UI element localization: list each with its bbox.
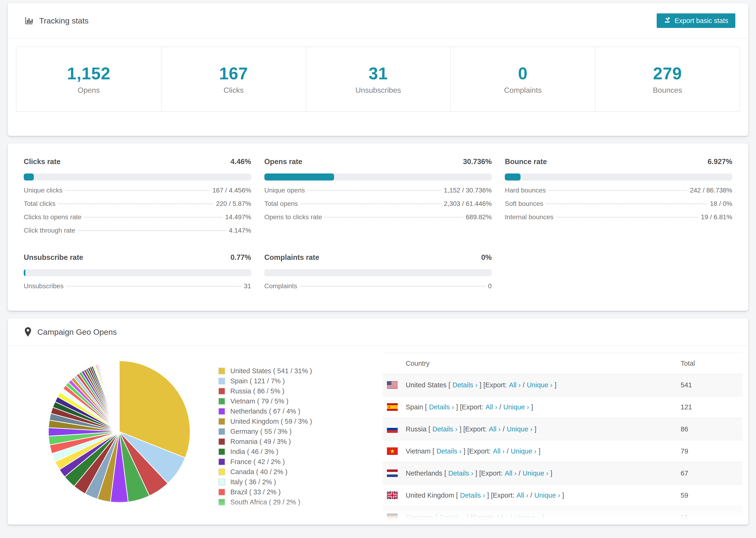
total-cell: 86 bbox=[681, 425, 738, 433]
summary-value: 1,152 bbox=[67, 64, 110, 83]
rate-detail-row: Total clicks220 / 5.87% bbox=[24, 200, 251, 213]
export-label: ] [Export: bbox=[459, 425, 487, 433]
rate-title: Bounce rate bbox=[505, 157, 547, 166]
export-all-link[interactable]: All › bbox=[486, 403, 497, 411]
export-all-link[interactable]: All › bbox=[493, 447, 505, 455]
export-basic-stats-button[interactable]: Export basic stats bbox=[657, 13, 735, 28]
details-link[interactable]: Details › bbox=[453, 381, 477, 389]
dotted-leader bbox=[549, 190, 687, 191]
legend-label: France ( 42 / 2% ) bbox=[230, 458, 285, 466]
pie-legend: United States ( 541 / 31% )Spain ( 121 /… bbox=[218, 366, 369, 525]
legend-label: Italy ( 36 / 2% ) bbox=[230, 478, 276, 486]
flag-icon-de bbox=[387, 513, 398, 521]
country-header: Country bbox=[406, 360, 430, 367]
rate-title: Complaints rate bbox=[264, 253, 319, 262]
export-all-link[interactable]: All › bbox=[509, 381, 521, 389]
legend-item: Romania ( 49 / 3% ) bbox=[218, 437, 369, 447]
country-cell: United Kingdom [Details ›] [Export:All ›… bbox=[406, 492, 681, 499]
details-link[interactable]: Details › bbox=[432, 425, 458, 433]
country-label: Netherlands [ bbox=[406, 469, 446, 477]
legend-item: South Africa ( 29 / 2% ) bbox=[218, 497, 369, 507]
summary-cell: 279Bounces bbox=[595, 47, 739, 111]
legend-label: Vietnam ( 79 / 5% ) bbox=[230, 398, 289, 405]
summary-label: Bounces bbox=[653, 86, 682, 95]
details-link[interactable]: Details › bbox=[440, 513, 464, 521]
rate-section: Opens rate30.736%Unique opens1,152 / 30.… bbox=[264, 157, 492, 240]
summary-label: Complaints bbox=[504, 86, 542, 95]
rate-detail-label: Click through rate bbox=[24, 227, 75, 234]
summary-cell: 31Unsubscribes bbox=[306, 47, 450, 111]
rate-detail-value: 19 / 6.81% bbox=[701, 213, 732, 221]
legend-label: Canada ( 40 / 2% ) bbox=[230, 468, 287, 476]
country-cell: Russia [Details ›] [Export:All ›/Unique … bbox=[406, 425, 681, 433]
flag-icon-gb bbox=[387, 492, 398, 499]
flag-icon-ru bbox=[387, 425, 398, 433]
dotted-leader bbox=[300, 286, 485, 287]
rate-detail-label: Opens to clicks rate bbox=[264, 213, 322, 221]
flag-icon-us bbox=[387, 381, 398, 389]
legend-swatch bbox=[218, 408, 225, 415]
flag-icon-vn bbox=[387, 447, 398, 455]
export-unique-link[interactable]: Unique › bbox=[527, 381, 553, 389]
export-unique-link[interactable]: Unique › bbox=[507, 425, 532, 433]
dotted-leader bbox=[546, 203, 707, 204]
table-row-us: United States [Details ›] [Export:All ›/… bbox=[383, 374, 742, 396]
details-link[interactable]: Details › bbox=[436, 447, 461, 455]
geo-table: CountryTotalUnited States [Details ›] [E… bbox=[383, 352, 742, 525]
export-all-link[interactable]: All › bbox=[516, 492, 528, 499]
rate-title: Opens rate bbox=[264, 157, 302, 166]
flag-icon-es bbox=[387, 403, 398, 411]
geo-opens-header: Campaign Geo Opens bbox=[8, 318, 748, 346]
legend-item: Canada ( 40 / 2% ) bbox=[218, 467, 369, 477]
export-all-link[interactable]: All › bbox=[505, 469, 516, 477]
rate-detail-label: Total opens bbox=[264, 200, 298, 207]
rate-detail-value: 0 bbox=[488, 282, 492, 290]
rate-detail-label: Soft bounces bbox=[505, 200, 543, 207]
rate-detail-row: Soft bounces18 / 0% bbox=[505, 200, 732, 213]
table-row-ru: Russia [Details ›] [Export:All ›/Unique … bbox=[383, 418, 742, 440]
legend-swatch bbox=[218, 418, 225, 425]
legend-item: Netherlands ( 67 / 4% ) bbox=[218, 406, 369, 416]
export-unique-link[interactable]: Unique › bbox=[511, 447, 536, 455]
export-unique-link[interactable]: Unique › bbox=[514, 513, 540, 521]
legend-swatch bbox=[218, 438, 225, 445]
summary-label: Clicks bbox=[224, 86, 243, 95]
rate-detail-row: Unique clicks167 / 4.456% bbox=[24, 187, 251, 200]
rate-title-row: Unsubscribe rate0.77% bbox=[24, 253, 251, 262]
export-unique-link[interactable]: Unique › bbox=[503, 403, 529, 411]
rate-detail-row: Opens to clicks rate689.82% bbox=[264, 213, 492, 227]
rate-detail-row: Unsubscribes31 bbox=[24, 282, 251, 296]
country-header-cell: Country bbox=[406, 360, 681, 367]
export-all-link[interactable]: All › bbox=[489, 425, 501, 433]
country-label: Spain [ bbox=[406, 403, 427, 411]
geo-table-header-row: CountryTotal bbox=[383, 353, 742, 374]
bracket-close: ] bbox=[542, 513, 544, 521]
geo-opens-title: Campaign Geo Opens bbox=[24, 327, 117, 337]
geo-pie-chart[interactable] bbox=[46, 359, 192, 505]
export-all-link[interactable]: All › bbox=[496, 513, 508, 521]
details-link[interactable]: Details › bbox=[460, 492, 485, 499]
export-unique-link[interactable]: Unique › bbox=[534, 492, 560, 499]
export-unique-link[interactable]: Unique › bbox=[523, 469, 549, 477]
details-link[interactable]: Details › bbox=[429, 403, 454, 411]
slash-separator: / bbox=[503, 425, 505, 433]
legend-label: Russia ( 86 / 5% ) bbox=[230, 387, 284, 395]
rate-detail-value: 220 / 5.87% bbox=[216, 200, 251, 207]
rate-detail-value: 689.82% bbox=[466, 213, 492, 221]
total-cell: 55 bbox=[681, 513, 738, 521]
rate-detail-rows: Unique clicks167 / 4.456%Total clicks220… bbox=[24, 187, 251, 240]
rate-detail-rows: Unsubscribes31 bbox=[24, 282, 251, 296]
slash-separator: / bbox=[523, 381, 525, 389]
summary-value: 279 bbox=[653, 64, 682, 83]
legend-swatch bbox=[218, 489, 225, 496]
rate-detail-row: Total opens2,303 / 61.446% bbox=[264, 200, 492, 213]
dotted-leader bbox=[78, 230, 226, 231]
export-label: ] [Export: bbox=[480, 381, 507, 389]
details-link[interactable]: Details › bbox=[449, 469, 473, 477]
rate-detail-label: Internal bounces bbox=[505, 213, 553, 221]
rate-progress-fill bbox=[24, 174, 34, 181]
legend-swatch bbox=[218, 398, 225, 405]
rate-value: 0% bbox=[481, 253, 492, 262]
tracking-stats-title: Tracking stats bbox=[24, 16, 88, 26]
legend-item: United States ( 541 / 31% ) bbox=[218, 366, 369, 376]
